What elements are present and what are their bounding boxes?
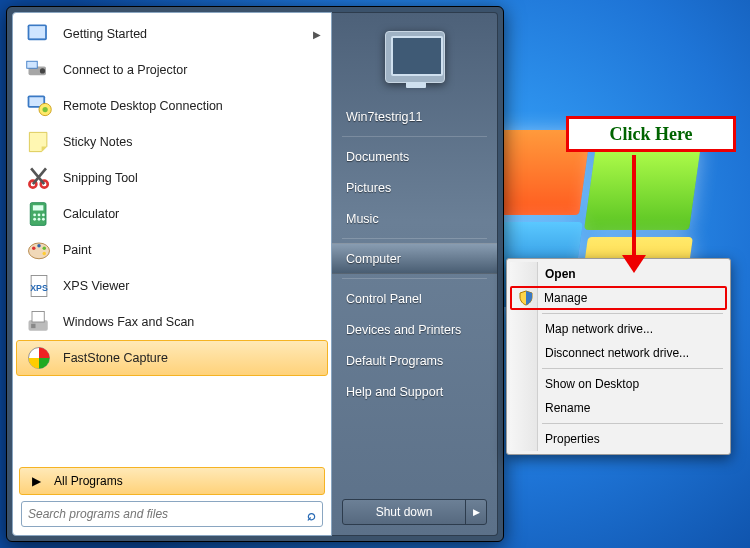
program-item-xps-viewer[interactable]: XPS XPS Viewer (16, 268, 328, 304)
context-separator (510, 365, 727, 372)
right-item-default-programs[interactable]: Default Programs (332, 345, 497, 376)
svg-point-17 (38, 218, 41, 221)
context-item-disconnect-drive[interactable]: Disconnect network drive... (510, 341, 727, 365)
shutdown-dropdown-icon[interactable]: ▶ (466, 500, 486, 524)
shutdown-button[interactable]: Shut down ▶ (342, 499, 487, 525)
search-box[interactable]: ⌕ (21, 501, 323, 527)
separator (342, 278, 487, 279)
annotation-text: Click Here (609, 124, 692, 145)
program-label: Remote Desktop Connection (63, 99, 223, 113)
svg-point-21 (37, 244, 41, 248)
svg-rect-1 (29, 26, 45, 38)
submenu-arrow-icon: ▶ (313, 29, 321, 40)
start-menu-left-pane: Getting Started ▶ Connect to a Projector… (12, 12, 332, 536)
program-list: Getting Started ▶ Connect to a Projector… (13, 13, 331, 463)
right-item-label: Default Programs (346, 354, 443, 368)
projector-icon (23, 54, 55, 86)
svg-point-18 (42, 218, 45, 221)
triangle-right-icon: ▶ (28, 474, 44, 488)
program-label: Windows Fax and Scan (63, 315, 194, 329)
svg-point-8 (43, 107, 48, 112)
program-item-projector[interactable]: Connect to a Projector (16, 52, 328, 88)
sticky-notes-icon (23, 126, 55, 158)
annotation-arrow-head-icon (622, 255, 646, 273)
program-item-calculator[interactable]: Calculator (16, 196, 328, 232)
all-programs-button[interactable]: ▶ All Programs (19, 467, 325, 495)
separator (342, 136, 487, 137)
calculator-icon (23, 198, 55, 230)
program-item-getting-started[interactable]: Getting Started ▶ (16, 16, 328, 52)
right-item-label: Devices and Printers (346, 323, 461, 337)
svg-rect-27 (32, 312, 44, 323)
context-item-label: Show on Desktop (545, 377, 639, 391)
computer-context-menu: Open Manage Map network drive... Disconn… (506, 258, 731, 455)
svg-rect-28 (31, 324, 35, 328)
program-item-sticky-notes[interactable]: Sticky Notes (16, 124, 328, 160)
context-item-label: Map network drive... (545, 322, 653, 336)
search-box-wrap: ⌕ (13, 501, 331, 535)
annotation-callout: Click Here (566, 116, 736, 152)
shutdown-row: Shut down ▶ (332, 499, 497, 535)
search-input[interactable] (28, 507, 303, 521)
svg-point-23 (43, 252, 47, 256)
context-item-label: Disconnect network drive... (545, 346, 689, 360)
faststone-icon (23, 342, 55, 374)
right-item-help-support[interactable]: Help and Support (332, 376, 497, 407)
user-avatar-wrap (332, 13, 497, 101)
start-menu-right-pane: Win7testrig11 Documents Pictures Music C… (332, 12, 498, 536)
svg-rect-4 (27, 61, 38, 68)
svg-point-3 (40, 68, 45, 73)
right-item-label: Computer (346, 252, 401, 266)
right-item-documents[interactable]: Documents (332, 141, 497, 172)
remote-desktop-icon (23, 90, 55, 122)
uac-shield-icon (518, 290, 534, 306)
getting-started-icon (23, 18, 55, 50)
context-item-properties[interactable]: Properties (510, 427, 727, 451)
svg-rect-12 (33, 205, 44, 210)
fax-scan-icon (23, 306, 55, 338)
context-item-open[interactable]: Open (510, 262, 727, 286)
context-separator (510, 420, 727, 427)
context-item-manage[interactable]: Manage (510, 286, 727, 310)
paint-icon (23, 234, 55, 266)
context-item-rename[interactable]: Rename (510, 396, 727, 420)
right-item-label: Help and Support (346, 385, 443, 399)
svg-point-16 (33, 218, 36, 221)
right-item-label: Documents (346, 150, 409, 164)
program-label: Getting Started (63, 27, 147, 41)
all-programs-label: All Programs (54, 474, 123, 488)
user-name-label: Win7testrig11 (346, 110, 422, 124)
program-label: Paint (63, 243, 92, 257)
user-avatar-icon[interactable] (385, 31, 445, 83)
start-menu: Getting Started ▶ Connect to a Projector… (6, 6, 504, 542)
search-icon[interactable]: ⌕ (307, 506, 316, 523)
snipping-tool-icon (23, 162, 55, 194)
right-item-music[interactable]: Music (332, 203, 497, 234)
svg-point-15 (42, 213, 45, 216)
shutdown-label: Shut down (343, 500, 466, 524)
program-label: Sticky Notes (63, 135, 132, 149)
context-separator (510, 310, 727, 317)
program-item-faststone-capture[interactable]: FastStone Capture (16, 340, 328, 376)
svg-point-20 (32, 247, 36, 251)
right-item-pictures[interactable]: Pictures (332, 172, 497, 203)
annotation-arrow-line (632, 155, 636, 259)
context-item-show-desktop[interactable]: Show on Desktop (510, 372, 727, 396)
program-item-remote-desktop[interactable]: Remote Desktop Connection (16, 88, 328, 124)
svg-point-22 (43, 247, 47, 251)
user-name-link[interactable]: Win7testrig11 (332, 101, 497, 132)
context-item-map-drive[interactable]: Map network drive... (510, 317, 727, 341)
program-item-paint[interactable]: Paint (16, 232, 328, 268)
right-item-label: Control Panel (346, 292, 422, 306)
right-item-devices-printers[interactable]: Devices and Printers (332, 314, 497, 345)
context-item-label: Open (545, 267, 576, 281)
right-item-computer[interactable]: Computer (332, 243, 497, 274)
right-item-control-panel[interactable]: Control Panel (332, 283, 497, 314)
right-item-label: Music (346, 212, 379, 226)
right-item-label: Pictures (346, 181, 391, 195)
program-label: FastStone Capture (63, 351, 168, 365)
context-item-label: Rename (545, 401, 590, 415)
program-item-fax-scan[interactable]: Windows Fax and Scan (16, 304, 328, 340)
program-label: XPS Viewer (63, 279, 129, 293)
program-item-snipping-tool[interactable]: Snipping Tool (16, 160, 328, 196)
